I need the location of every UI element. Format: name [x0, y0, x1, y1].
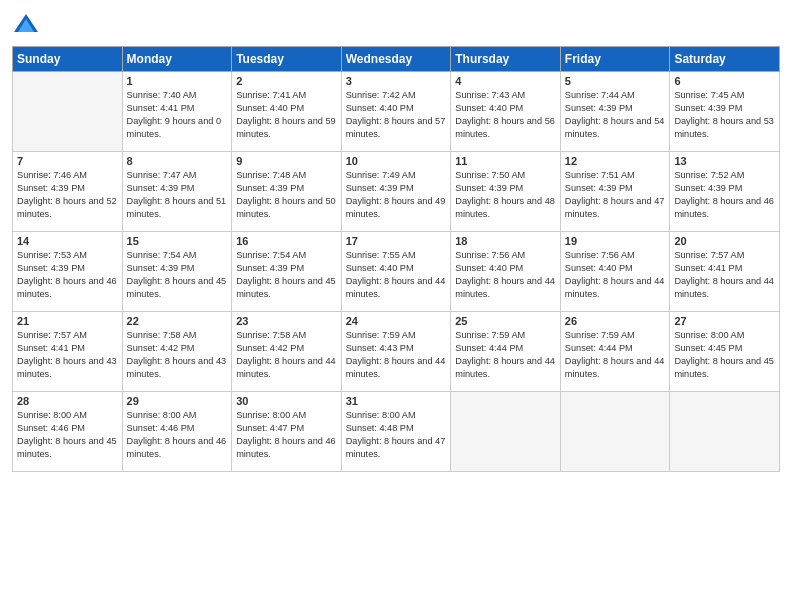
cell-details: Sunrise: 7:44 AMSunset: 4:39 PMDaylight:…: [565, 89, 666, 141]
cell-details: Sunrise: 7:56 AMSunset: 4:40 PMDaylight:…: [565, 249, 666, 301]
calendar-cell: 28Sunrise: 8:00 AMSunset: 4:46 PMDayligh…: [13, 392, 123, 472]
calendar-cell: 19Sunrise: 7:56 AMSunset: 4:40 PMDayligh…: [560, 232, 670, 312]
calendar-cell: 27Sunrise: 8:00 AMSunset: 4:45 PMDayligh…: [670, 312, 780, 392]
logo: [12, 10, 44, 38]
cell-details: Sunrise: 8:00 AMSunset: 4:46 PMDaylight:…: [17, 409, 118, 461]
calendar-cell: [560, 392, 670, 472]
day-number: 20: [674, 235, 775, 247]
calendar-cell: 1Sunrise: 7:40 AMSunset: 4:41 PMDaylight…: [122, 72, 232, 152]
cell-details: Sunrise: 8:00 AMSunset: 4:46 PMDaylight:…: [127, 409, 228, 461]
day-number: 15: [127, 235, 228, 247]
day-number: 22: [127, 315, 228, 327]
day-number: 17: [346, 235, 447, 247]
calendar-cell: 3Sunrise: 7:42 AMSunset: 4:40 PMDaylight…: [341, 72, 451, 152]
day-number: 14: [17, 235, 118, 247]
cell-details: Sunrise: 8:00 AMSunset: 4:48 PMDaylight:…: [346, 409, 447, 461]
day-number: 18: [455, 235, 556, 247]
weekday-header-thursday: Thursday: [451, 47, 561, 72]
cell-details: Sunrise: 7:48 AMSunset: 4:39 PMDaylight:…: [236, 169, 337, 221]
day-number: 30: [236, 395, 337, 407]
day-number: 2: [236, 75, 337, 87]
cell-details: Sunrise: 7:53 AMSunset: 4:39 PMDaylight:…: [17, 249, 118, 301]
weekday-header-wednesday: Wednesday: [341, 47, 451, 72]
cell-details: Sunrise: 7:41 AMSunset: 4:40 PMDaylight:…: [236, 89, 337, 141]
calendar-cell: [451, 392, 561, 472]
calendar-cell: 30Sunrise: 8:00 AMSunset: 4:47 PMDayligh…: [232, 392, 342, 472]
weekday-header-monday: Monday: [122, 47, 232, 72]
day-number: 24: [346, 315, 447, 327]
weekday-header-tuesday: Tuesday: [232, 47, 342, 72]
calendar-cell: 25Sunrise: 7:59 AMSunset: 4:44 PMDayligh…: [451, 312, 561, 392]
cell-details: Sunrise: 7:55 AMSunset: 4:40 PMDaylight:…: [346, 249, 447, 301]
calendar-week-1: 1Sunrise: 7:40 AMSunset: 4:41 PMDaylight…: [13, 72, 780, 152]
day-number: 11: [455, 155, 556, 167]
cell-details: Sunrise: 7:59 AMSunset: 4:43 PMDaylight:…: [346, 329, 447, 381]
calendar-cell: 31Sunrise: 8:00 AMSunset: 4:48 PMDayligh…: [341, 392, 451, 472]
calendar-cell: 29Sunrise: 8:00 AMSunset: 4:46 PMDayligh…: [122, 392, 232, 472]
cell-details: Sunrise: 7:57 AMSunset: 4:41 PMDaylight:…: [17, 329, 118, 381]
calendar-cell: 11Sunrise: 7:50 AMSunset: 4:39 PMDayligh…: [451, 152, 561, 232]
calendar: SundayMondayTuesdayWednesdayThursdayFrid…: [12, 46, 780, 472]
day-number: 27: [674, 315, 775, 327]
calendar-cell: 15Sunrise: 7:54 AMSunset: 4:39 PMDayligh…: [122, 232, 232, 312]
day-number: 28: [17, 395, 118, 407]
calendar-cell: [670, 392, 780, 472]
cell-details: Sunrise: 8:00 AMSunset: 4:45 PMDaylight:…: [674, 329, 775, 381]
calendar-week-4: 21Sunrise: 7:57 AMSunset: 4:41 PMDayligh…: [13, 312, 780, 392]
day-number: 23: [236, 315, 337, 327]
cell-details: Sunrise: 7:58 AMSunset: 4:42 PMDaylight:…: [127, 329, 228, 381]
weekday-header-friday: Friday: [560, 47, 670, 72]
page: SundayMondayTuesdayWednesdayThursdayFrid…: [0, 0, 792, 612]
cell-details: Sunrise: 7:43 AMSunset: 4:40 PMDaylight:…: [455, 89, 556, 141]
weekday-header-row: SundayMondayTuesdayWednesdayThursdayFrid…: [13, 47, 780, 72]
cell-details: Sunrise: 7:56 AMSunset: 4:40 PMDaylight:…: [455, 249, 556, 301]
weekday-header-sunday: Sunday: [13, 47, 123, 72]
calendar-cell: 17Sunrise: 7:55 AMSunset: 4:40 PMDayligh…: [341, 232, 451, 312]
day-number: 29: [127, 395, 228, 407]
calendar-week-5: 28Sunrise: 8:00 AMSunset: 4:46 PMDayligh…: [13, 392, 780, 472]
cell-details: Sunrise: 7:49 AMSunset: 4:39 PMDaylight:…: [346, 169, 447, 221]
calendar-cell: 7Sunrise: 7:46 AMSunset: 4:39 PMDaylight…: [13, 152, 123, 232]
cell-details: Sunrise: 7:45 AMSunset: 4:39 PMDaylight:…: [674, 89, 775, 141]
day-number: 13: [674, 155, 775, 167]
cell-details: Sunrise: 7:59 AMSunset: 4:44 PMDaylight:…: [565, 329, 666, 381]
day-number: 25: [455, 315, 556, 327]
calendar-cell: 4Sunrise: 7:43 AMSunset: 4:40 PMDaylight…: [451, 72, 561, 152]
day-number: 31: [346, 395, 447, 407]
day-number: 8: [127, 155, 228, 167]
calendar-cell: 21Sunrise: 7:57 AMSunset: 4:41 PMDayligh…: [13, 312, 123, 392]
calendar-cell: 10Sunrise: 7:49 AMSunset: 4:39 PMDayligh…: [341, 152, 451, 232]
cell-details: Sunrise: 7:52 AMSunset: 4:39 PMDaylight:…: [674, 169, 775, 221]
day-number: 4: [455, 75, 556, 87]
day-number: 3: [346, 75, 447, 87]
logo-icon: [12, 10, 40, 38]
cell-details: Sunrise: 7:40 AMSunset: 4:41 PMDaylight:…: [127, 89, 228, 141]
cell-details: Sunrise: 8:00 AMSunset: 4:47 PMDaylight:…: [236, 409, 337, 461]
calendar-cell: 2Sunrise: 7:41 AMSunset: 4:40 PMDaylight…: [232, 72, 342, 152]
cell-details: Sunrise: 7:47 AMSunset: 4:39 PMDaylight:…: [127, 169, 228, 221]
day-number: 10: [346, 155, 447, 167]
calendar-cell: 16Sunrise: 7:54 AMSunset: 4:39 PMDayligh…: [232, 232, 342, 312]
header: [12, 10, 780, 38]
day-number: 16: [236, 235, 337, 247]
day-number: 12: [565, 155, 666, 167]
cell-details: Sunrise: 7:51 AMSunset: 4:39 PMDaylight:…: [565, 169, 666, 221]
day-number: 7: [17, 155, 118, 167]
calendar-cell: 14Sunrise: 7:53 AMSunset: 4:39 PMDayligh…: [13, 232, 123, 312]
calendar-cell: 20Sunrise: 7:57 AMSunset: 4:41 PMDayligh…: [670, 232, 780, 312]
cell-details: Sunrise: 7:46 AMSunset: 4:39 PMDaylight:…: [17, 169, 118, 221]
calendar-cell: 23Sunrise: 7:58 AMSunset: 4:42 PMDayligh…: [232, 312, 342, 392]
calendar-cell: 12Sunrise: 7:51 AMSunset: 4:39 PMDayligh…: [560, 152, 670, 232]
cell-details: Sunrise: 7:54 AMSunset: 4:39 PMDaylight:…: [127, 249, 228, 301]
day-number: 5: [565, 75, 666, 87]
calendar-cell: 18Sunrise: 7:56 AMSunset: 4:40 PMDayligh…: [451, 232, 561, 312]
cell-details: Sunrise: 7:57 AMSunset: 4:41 PMDaylight:…: [674, 249, 775, 301]
cell-details: Sunrise: 7:50 AMSunset: 4:39 PMDaylight:…: [455, 169, 556, 221]
cell-details: Sunrise: 7:58 AMSunset: 4:42 PMDaylight:…: [236, 329, 337, 381]
day-number: 21: [17, 315, 118, 327]
weekday-header-saturday: Saturday: [670, 47, 780, 72]
calendar-cell: 13Sunrise: 7:52 AMSunset: 4:39 PMDayligh…: [670, 152, 780, 232]
day-number: 26: [565, 315, 666, 327]
day-number: 6: [674, 75, 775, 87]
cell-details: Sunrise: 7:59 AMSunset: 4:44 PMDaylight:…: [455, 329, 556, 381]
